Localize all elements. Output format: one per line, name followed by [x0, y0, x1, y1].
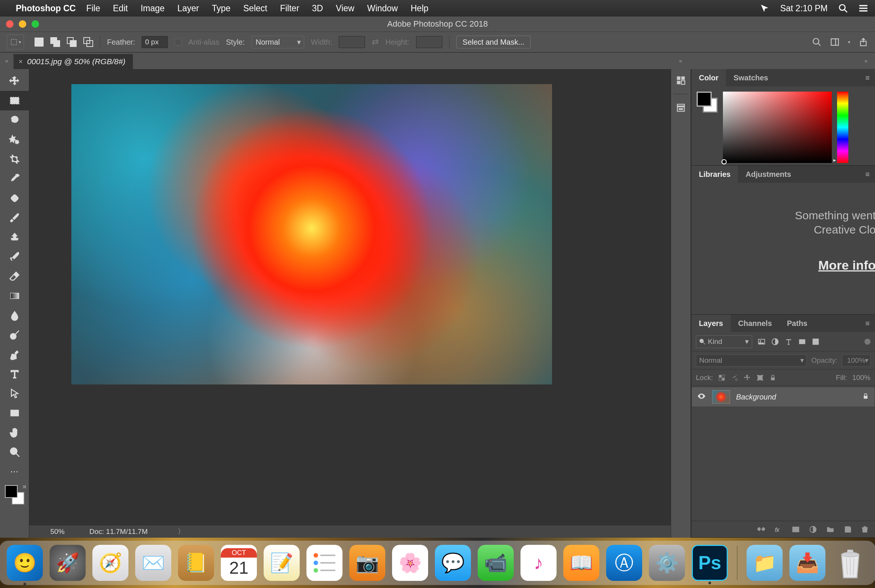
- tab-swatches[interactable]: Swatches: [726, 69, 775, 86]
- zoom-tool[interactable]: [0, 442, 29, 462]
- layer-filter-kind-select[interactable]: Kind: [696, 335, 752, 348]
- path-selection-tool[interactable]: [0, 384, 29, 403]
- dock-appstore[interactable]: Ⓐ: [606, 545, 642, 581]
- color-field[interactable]: [723, 92, 832, 163]
- foreground-background-colors[interactable]: ⤭: [5, 485, 24, 505]
- menu-filter[interactable]: Filter: [280, 3, 299, 14]
- color-fg-bg-swatch[interactable]: [697, 92, 718, 113]
- dock-downloads-folder[interactable]: 📥: [789, 545, 825, 581]
- hand-tool[interactable]: [0, 423, 29, 442]
- quick-selection-tool[interactable]: [0, 130, 29, 149]
- expand-right-panels-icon[interactable]: «: [674, 58, 687, 64]
- dock-safari[interactable]: 🧭: [92, 545, 128, 581]
- properties-panel-icon[interactable]: [671, 96, 691, 119]
- adjustment-layer-icon[interactable]: [809, 525, 817, 534]
- lock-position-icon[interactable]: [744, 374, 751, 381]
- dock-finder[interactable]: 🙂: [7, 545, 43, 581]
- delete-layer-icon[interactable]: [861, 525, 869, 534]
- dock-ibooks[interactable]: 📖: [563, 545, 599, 581]
- menu-layer[interactable]: Layer: [177, 3, 199, 14]
- history-brush-tool[interactable]: [0, 247, 29, 267]
- blur-tool[interactable]: [0, 306, 29, 325]
- feather-input[interactable]: [142, 36, 168, 48]
- move-tool[interactable]: [0, 71, 29, 91]
- lock-image-icon[interactable]: [731, 374, 738, 381]
- color-picker-cursor[interactable]: [721, 159, 727, 164]
- hue-slider[interactable]: [837, 92, 848, 163]
- panel-menu-icon[interactable]: ≡: [860, 74, 875, 82]
- rectangular-marquee-tool[interactable]: [0, 91, 29, 110]
- fill-input[interactable]: 100%: [852, 374, 870, 382]
- menu-file[interactable]: File: [86, 3, 100, 14]
- dock-notes[interactable]: 📝: [264, 545, 300, 581]
- layer-name[interactable]: Background: [736, 393, 776, 401]
- menu-window[interactable]: Window: [367, 3, 398, 14]
- dock-facetime[interactable]: 📹: [478, 545, 514, 581]
- dodge-tool[interactable]: [0, 325, 29, 345]
- layer-group-icon[interactable]: [826, 525, 834, 534]
- notification-center-icon[interactable]: [858, 3, 868, 13]
- menu-edit[interactable]: Edit: [113, 3, 128, 14]
- menubar-clock[interactable]: Sat 2:10 PM: [780, 3, 828, 14]
- hue-slider-handle-icon[interactable]: ▸: [833, 157, 836, 163]
- expand-far-right-icon[interactable]: »: [859, 58, 873, 64]
- window-close-button[interactable]: [6, 20, 14, 28]
- filter-smartobject-icon[interactable]: [812, 338, 820, 346]
- share-icon[interactable]: [858, 37, 868, 47]
- dock-messages[interactable]: 💬: [435, 545, 471, 581]
- panel-menu-icon[interactable]: ≡: [860, 170, 875, 179]
- script-menu-icon[interactable]: [760, 3, 769, 13]
- spotlight-icon[interactable]: [838, 3, 848, 13]
- clone-stamp-tool[interactable]: [0, 228, 29, 247]
- menu-type[interactable]: Type: [212, 3, 231, 14]
- dock-photos[interactable]: 🌸: [392, 545, 428, 581]
- filter-adjustment-icon[interactable]: [771, 338, 779, 346]
- tab-layers[interactable]: Layers: [691, 315, 731, 332]
- panel-foreground-color[interactable]: [697, 92, 712, 107]
- menu-image[interactable]: Image: [140, 3, 164, 14]
- swap-colors-icon[interactable]: ⤭: [22, 484, 27, 490]
- new-layer-icon[interactable]: [843, 525, 852, 534]
- zoom-level[interactable]: 50%: [29, 528, 86, 536]
- lock-artboard-icon[interactable]: [756, 374, 764, 381]
- eraser-tool[interactable]: [0, 267, 29, 286]
- rectangle-tool[interactable]: [0, 403, 29, 423]
- tab-channels[interactable]: Channels: [731, 315, 780, 332]
- select-and-mask-button[interactable]: Select and Mask...: [456, 36, 531, 48]
- status-flyout-icon[interactable]: 〉: [178, 527, 185, 537]
- foreground-color-swatch[interactable]: [5, 485, 18, 498]
- selection-add-icon[interactable]: [50, 37, 60, 47]
- eyedropper-tool[interactable]: [0, 169, 29, 188]
- layer-visibility-toggle[interactable]: [697, 392, 706, 402]
- link-layers-icon[interactable]: [757, 525, 765, 534]
- dock-mail[interactable]: ✉️: [135, 545, 171, 581]
- lasso-tool[interactable]: [0, 110, 29, 130]
- dock-itunes[interactable]: ♪: [520, 545, 557, 581]
- close-tab-icon[interactable]: ×: [19, 58, 23, 66]
- lock-transparency-icon[interactable]: [718, 374, 726, 381]
- selection-subtract-icon[interactable]: [67, 37, 77, 47]
- opacity-input[interactable]: 100%: [842, 354, 870, 366]
- document-canvas[interactable]: [71, 84, 552, 384]
- crop-tool[interactable]: [0, 149, 29, 169]
- filter-pixel-icon[interactable]: [757, 338, 766, 346]
- dock-contacts[interactable]: 📒: [178, 545, 214, 581]
- layer-thumbnail[interactable]: [712, 390, 730, 404]
- filter-type-icon[interactable]: [784, 338, 793, 346]
- tab-paths[interactable]: Paths: [780, 315, 815, 332]
- tab-color[interactable]: Color: [691, 69, 726, 86]
- expand-left-panels-icon[interactable]: »: [0, 58, 14, 64]
- gradient-tool[interactable]: [0, 286, 29, 306]
- tool-preset-picker[interactable]: ▾: [7, 35, 24, 50]
- tab-libraries[interactable]: Libraries: [691, 166, 738, 183]
- layer-lock-icon[interactable]: [862, 392, 869, 401]
- menu-3d[interactable]: 3D: [312, 3, 323, 14]
- dock-launchpad[interactable]: 🚀: [50, 545, 86, 581]
- edit-toolbar-icon[interactable]: ⋯: [0, 462, 29, 481]
- selection-new-icon[interactable]: [35, 38, 44, 47]
- tab-adjustments[interactable]: Adjustments: [738, 166, 798, 183]
- doc-size[interactable]: Doc: 11.7M/11.7M: [86, 528, 178, 536]
- layer-item-background[interactable]: Background: [691, 387, 875, 407]
- dock-trash[interactable]: [832, 545, 868, 581]
- spot-healing-tool[interactable]: [0, 188, 29, 208]
